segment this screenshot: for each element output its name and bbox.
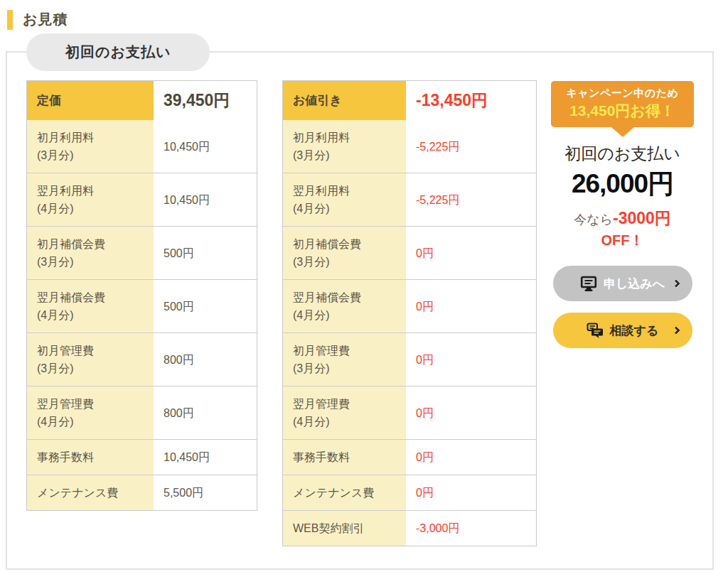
table-row: 翌月補償会費(4月分)500円	[27, 279, 257, 332]
first-payment-tab: 初回のお支払い	[26, 33, 210, 71]
offer-line: 今なら-3000円	[551, 209, 694, 229]
row-label: メンテナンス費	[27, 475, 154, 510]
table-row: WEB契約割引-3,000円	[283, 510, 536, 546]
campaign-savings-text: 13,450円お得！	[554, 101, 691, 121]
row-label: 翌月補償会費(4月分)	[283, 280, 406, 332]
row-label: 初月管理費(3月分)	[283, 333, 406, 386]
row-value: 500円	[154, 227, 257, 279]
monitor-icon	[580, 275, 597, 292]
row-value: 800円	[154, 333, 257, 386]
page-title: お見積	[23, 10, 68, 29]
header-value: -13,450円	[406, 81, 536, 120]
campaign-badge: キャンペーン中のため 13,450円お得！	[551, 81, 694, 127]
campaign-badge-text: キャンペーン中のため	[554, 87, 691, 100]
row-value: 10,450円	[154, 173, 257, 226]
row-label: 初月利用料(3月分)	[283, 120, 406, 173]
estimate-content: 定価 39,450円 初月利用料(3月分)10,450円翌月利用料(4月分)10…	[7, 53, 712, 546]
row-value: 0円	[406, 227, 536, 279]
row-value: 800円	[154, 386, 257, 439]
consult-button[interactable]: 相談する	[553, 313, 692, 348]
row-value: 0円	[406, 280, 536, 332]
table-row: 翌月管理費(4月分)800円	[27, 386, 257, 439]
table-row: 初月補償会費(3月分)500円	[27, 226, 257, 279]
table-row: 初月利用料(3月分)-5,225円	[283, 120, 536, 173]
offer-off-text: OFF！	[551, 231, 694, 250]
row-label: 初月補償会費(3月分)	[283, 227, 406, 279]
table-row: 事務手数料10,450円	[27, 439, 257, 475]
table-row: 翌月利用料(4月分)-5,225円	[283, 173, 536, 226]
header-label: 定価	[27, 81, 154, 120]
table-row: 翌月利用料(4月分)10,450円	[27, 173, 257, 226]
chevron-right-icon	[672, 279, 680, 287]
table-row: 翌月管理費(4月分)0円	[283, 386, 536, 439]
estimate-box: 初回のお支払い 定価 39,450円 初月利用料(3月分)10,450円翌月利用…	[6, 51, 714, 570]
table-row: 初月利用料(3月分)10,450円	[27, 120, 257, 173]
header-label: お値引き	[283, 81, 406, 120]
row-value: -5,225円	[406, 120, 536, 173]
offer-amount: -3000円	[613, 209, 671, 227]
row-value: 0円	[406, 440, 536, 475]
row-label: 事務手数料	[283, 440, 406, 475]
page-header: お見積	[0, 0, 728, 33]
table-row: 翌月補償会費(4月分)0円	[283, 279, 536, 332]
apply-button-label: 申し込みへ	[604, 276, 665, 292]
payment-amount: 26,000円	[551, 166, 694, 202]
table-row: 事務手数料0円	[283, 439, 536, 475]
row-label: 初月補償会費(3月分)	[27, 227, 154, 279]
row-value: 5,500円	[154, 475, 257, 510]
row-label: 翌月管理費(4月分)	[27, 386, 154, 439]
table-row: 初月補償会費(3月分)0円	[283, 226, 536, 279]
row-value: 10,450円	[154, 440, 257, 475]
row-value: 10,450円	[154, 120, 257, 173]
chat-bubbles-icon	[587, 322, 604, 339]
table-header-row: 定価 39,450円	[27, 81, 257, 120]
row-value: 500円	[154, 280, 257, 332]
row-label: 翌月補償会費(4月分)	[27, 280, 154, 332]
summary-panel: キャンペーン中のため 13,450円お得！ 初回のお支払い 26,000円 今な…	[551, 80, 694, 546]
offer-prefix: 今なら	[574, 212, 613, 227]
table-row: メンテナンス費5,500円	[27, 475, 257, 510]
row-label: 翌月利用料(4月分)	[27, 173, 154, 226]
row-value: 0円	[406, 475, 536, 510]
header-value: 39,450円	[154, 81, 257, 120]
chevron-right-icon	[672, 326, 680, 334]
row-label: 翌月利用料(4月分)	[283, 173, 406, 226]
table-row: 初月管理費(3月分)0円	[283, 332, 536, 386]
consult-button-label: 相談する	[610, 323, 659, 339]
row-label: 翌月管理費(4月分)	[283, 386, 406, 439]
price-table: 定価 39,450円 初月利用料(3月分)10,450円翌月利用料(4月分)10…	[26, 80, 257, 511]
apply-button[interactable]: 申し込みへ	[553, 266, 692, 301]
title-accent-bar	[7, 10, 13, 30]
row-label: WEB契約割引	[283, 511, 406, 546]
row-label: 初月管理費(3月分)	[27, 333, 154, 386]
table-row: メンテナンス費0円	[283, 475, 536, 510]
badge-arrow-icon	[611, 127, 634, 137]
payment-label: 初回のお支払い	[551, 143, 694, 165]
row-value: 0円	[406, 333, 536, 386]
row-value: -5,225円	[406, 173, 536, 226]
row-value: 0円	[406, 386, 536, 439]
discount-table: お値引き -13,450円 初月利用料(3月分)-5,225円翌月利用料(4月分…	[282, 80, 537, 546]
table-row: 初月管理費(3月分)800円	[27, 332, 257, 386]
row-label: 初月利用料(3月分)	[27, 120, 154, 173]
row-label: 事務手数料	[27, 440, 154, 475]
table-header-row: お値引き -13,450円	[283, 81, 536, 120]
row-label: メンテナンス費	[283, 475, 406, 510]
row-value: -3,000円	[406, 511, 536, 546]
